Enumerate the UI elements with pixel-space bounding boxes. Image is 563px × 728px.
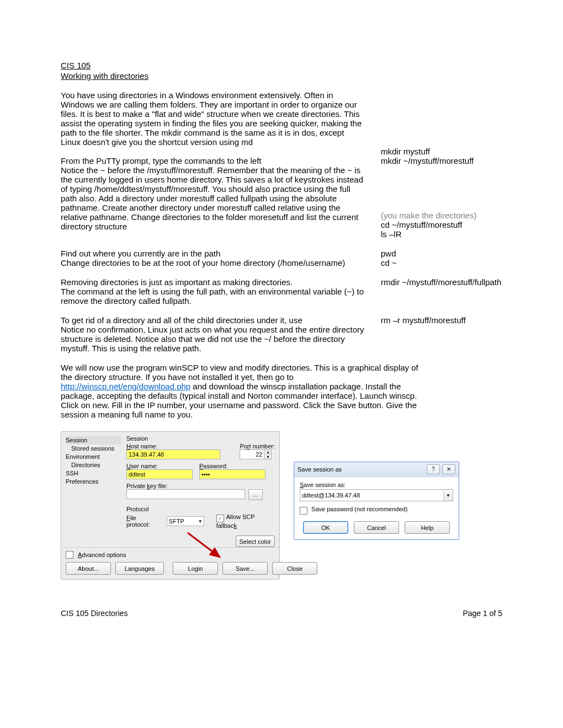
- rm-cont: Notice no confirmation, Linux just acts …: [61, 325, 364, 353]
- winscp-link[interactable]: http://winscp.net/eng/download.php: [61, 382, 190, 391]
- footer-left: CIS 105 Directories: [61, 609, 128, 618]
- save-button[interactable]: Save...: [222, 562, 268, 575]
- cmd-lsr: ls –lR: [381, 229, 476, 239]
- cmd-mkdir2: mkdir ~/mystuff/morestuff: [381, 156, 474, 165]
- tree-item-session[interactable]: Session: [66, 436, 121, 445]
- winscp-pre: We will now use the program winSCP to vi…: [61, 363, 418, 382]
- save-session-label: Save session as:: [300, 481, 453, 488]
- pkf-label: Private key file:: [126, 483, 275, 489]
- ok-button[interactable]: OK: [303, 521, 348, 534]
- close-button[interactable]: Close: [272, 562, 317, 575]
- pkf-browse-button[interactable]: ...: [248, 489, 263, 500]
- allow-scp-fallback[interactable]: ✓Allow SCP fallback: [216, 513, 275, 529]
- cancel-button[interactable]: Cancel: [354, 521, 399, 534]
- cmd-rmr: rm –r mystuff/morestuff: [381, 315, 466, 325]
- putty-line: From the PuTTy prompt, type the commands…: [61, 156, 381, 165]
- tree-item-preferences[interactable]: Preferences: [66, 478, 121, 486]
- checkbox-checked-icon: ✓: [216, 515, 224, 522]
- close-icon[interactable]: ✕: [442, 464, 455, 474]
- host-input[interactable]: [126, 449, 220, 459]
- cmd-cdhome: cd ~: [381, 258, 397, 267]
- login-button[interactable]: Login: [173, 562, 218, 575]
- topic-header: Working with directories: [61, 71, 502, 81]
- cmd-pwd: pwd: [381, 249, 396, 258]
- save-session-value: ddtest@134.39.47.48: [300, 490, 443, 501]
- pkf-input[interactable]: [126, 489, 245, 499]
- login-dialog: Session Stored sessions Environment Dire…: [61, 431, 280, 580]
- cmd-mkdir1: mkdir mystuff: [381, 90, 430, 156]
- notice-block: Notice the ~ before the /mystuff/morestu…: [61, 165, 381, 231]
- advanced-options-checkbox[interactable]: ✓ Advanced options: [66, 551, 275, 559]
- help-button[interactable]: Help: [405, 521, 450, 534]
- about-button[interactable]: About...: [66, 562, 111, 575]
- languages-button[interactable]: Languages: [115, 562, 164, 575]
- rm-block: To get rid of a directory and all of the…: [61, 315, 364, 325]
- fileproto-select[interactable]: SFTP ▼: [167, 516, 204, 526]
- group-session-label: Session: [126, 435, 275, 442]
- port-label: Port number:: [240, 443, 275, 449]
- select-color-button[interactable]: Select color: [236, 536, 275, 547]
- group-protocol-label: Protocol: [126, 506, 275, 512]
- tree-item-directories[interactable]: Directories: [66, 461, 121, 469]
- rmdir-cont: The command at the left is using the ful…: [61, 287, 364, 306]
- host-label: Host name:: [126, 443, 220, 449]
- tree-item-ssh[interactable]: SSH: [66, 469, 121, 478]
- course-header: CIS 105: [61, 61, 502, 70]
- adv-label: Advanced options: [78, 552, 126, 558]
- user-label: User name:: [126, 463, 193, 469]
- fileproto-value: SFTP: [169, 518, 184, 524]
- tree-item-environment[interactable]: Environment: [66, 453, 121, 461]
- save-session-dialog: Save session as ? ✕ Save session as: ddt…: [294, 462, 459, 540]
- save-password-checkbox[interactable]: ✓ Save password (not recommended): [300, 506, 453, 515]
- cmd-rmdir: rmdir ~/mystuff/morestuff/fullpath: [381, 277, 501, 287]
- fileproto-label: File protocol:: [126, 515, 160, 528]
- settings-tree[interactable]: Session Stored sessions Environment Dire…: [66, 435, 121, 547]
- cmd-youmake: (you make the directories): [381, 211, 476, 220]
- port-input[interactable]: [240, 449, 264, 459]
- cdhome-line: Change directories to be at the root of …: [61, 258, 381, 267]
- checkbox-unchecked-icon: ✓: [66, 551, 73, 559]
- save-session-title: Save session as: [298, 466, 424, 473]
- help-icon[interactable]: ?: [427, 464, 440, 474]
- port-spinner[interactable]: ▲▼: [264, 449, 272, 459]
- cmd-cd-morestuff: cd ~/mystuff/morestuff: [381, 220, 476, 229]
- footer-right: Page 1 of 5: [463, 609, 502, 618]
- checkbox-unchecked-icon: ✓: [300, 507, 307, 515]
- tree-item-stored-sessions[interactable]: Stored sessions: [66, 445, 121, 453]
- find-line: Find out where you currently are in the …: [61, 249, 381, 258]
- chevron-down-icon: ▼: [198, 519, 203, 524]
- chevron-down-icon: ▼: [443, 490, 453, 501]
- intro-text: You have using directories in a Windows …: [61, 90, 362, 147]
- password-input[interactable]: [199, 469, 265, 479]
- user-input[interactable]: [126, 469, 193, 479]
- password-label: Password:: [199, 463, 265, 469]
- save-session-combo[interactable]: ddtest@134.39.47.48 ▼: [300, 489, 453, 501]
- rmdir-block: Removing directories is just as importan…: [61, 277, 364, 287]
- savepw-label: Save password (not recommended): [311, 506, 407, 512]
